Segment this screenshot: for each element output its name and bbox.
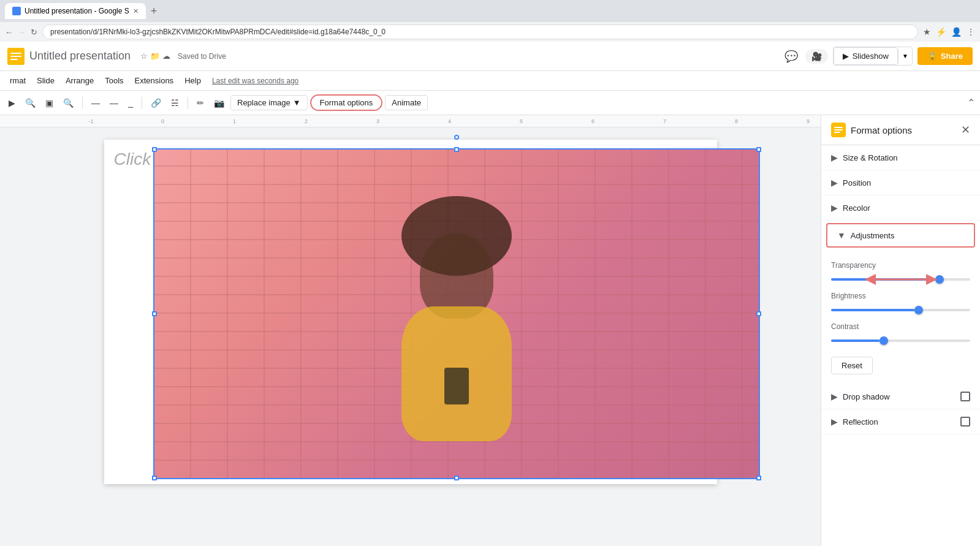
crop-button[interactable]: ✏ [193,96,208,110]
more-icon[interactable]: ⋮ [967,27,975,37]
format-options-button[interactable]: Format options [310,94,383,111]
back-icon[interactable]: ← [5,28,13,37]
ruler-mark: 6 [557,118,629,124]
toolbar-collapse-button[interactable]: ⌃ [967,97,975,108]
link-button[interactable]: 🔗 [147,96,165,110]
browser-bar: Untitled presentation - Google S ✕ + [0,0,980,22]
ruler-mark: 5 [485,118,557,124]
drop-shadow-checkbox[interactable] [960,392,970,401]
profile-icon[interactable]: 👤 [951,27,962,37]
replace-image-button[interactable]: Replace image ▼ [230,95,308,110]
replace-image-chevron: ▼ [293,98,301,107]
menu-slide[interactable]: Slide [32,74,59,88]
size-rotation-header[interactable]: ▶ Size & Rotation [821,145,980,170]
slide[interactable]: Click to add text [104,140,717,484]
slideshow-label: Slideshow [853,51,889,61]
folder-icon[interactable]: 📁 [150,51,160,61]
reset-button[interactable]: Reset [831,357,873,374]
share-button[interactable]: 🔒 Share [917,47,973,65]
line-weight-button[interactable]: ⎯ [124,96,137,110]
zoom-button[interactable]: 🔍 [21,96,39,110]
main-layout: -1 0 1 2 3 4 5 6 7 8 9 Click to add text [0,115,980,546]
ruler-marks: -1 0 1 2 3 4 5 6 7 8 9 [55,118,821,124]
recolor-section: ▶ Recolor [821,195,980,221]
line-style-button[interactable]: ― [106,96,122,110]
transparency-thumb[interactable] [935,275,944,284]
ruler-mark: 4 [414,118,485,124]
browser-tab[interactable]: Untitled presentation - Google S ✕ [5,3,146,19]
reflection-checkbox-box[interactable] [960,417,970,427]
position-header[interactable]: ▶ Position [821,170,980,195]
menu-extensions[interactable]: Extensions [130,74,179,88]
handle-middle-right[interactable] [756,311,761,316]
phone-object [444,368,469,404]
recolor-chevron: ▶ [831,203,838,213]
reload-icon[interactable]: ↻ [31,28,37,37]
menu-arrange[interactable]: Arrange [61,74,99,88]
handle-rotate[interactable] [454,135,459,140]
menu-help[interactable]: Help [180,74,206,88]
recolor-header[interactable]: ▶ Recolor [821,195,980,220]
search-button[interactable]: 🔍 [59,96,77,110]
toolbar-separator-1 [82,97,83,109]
handle-bottom-center[interactable] [454,476,459,480]
format-options-panel: Format options ✕ ▶ Size & Rotation ▶ Pos… [821,115,980,546]
handle-bottom-left[interactable] [152,476,157,480]
drop-shadow-label: Drop shadow [843,392,890,401]
toolbar-separator-2 [142,97,142,109]
ruler-mark: 1 [199,118,270,124]
last-edit-info[interactable]: Last edit was seconds ago [212,77,298,85]
address-input[interactable]: presentation/d/1RNrMki-lo3-gzjcshBkZKVtM… [42,25,918,39]
tab-close-button[interactable]: ✕ [133,7,139,15]
contrast-thumb[interactable] [879,336,888,345]
handle-top-right[interactable] [756,147,761,152]
svg-rect-6 [834,132,840,133]
cursor-tool-button[interactable]: ▶ [5,96,19,110]
brightness-thumb[interactable] [914,306,923,314]
handle-middle-left[interactable] [152,311,157,316]
svg-rect-3 [10,59,18,60]
meet-button[interactable]: 🎥 [805,49,828,64]
svg-rect-1 [10,53,21,54]
bookmark-icon[interactable]: ★ [923,27,931,37]
app-title[interactable]: Untitled presentation [29,50,131,63]
app-header: Untitled presentation ☆ 📁 ☁ Saved to Dri… [0,42,980,71]
ruler-mark: 2 [270,118,342,124]
comments-button[interactable]: 💬 [782,47,800,66]
slide-area[interactable]: -1 0 1 2 3 4 5 6 7 8 9 Click to add text [0,115,821,546]
image-button[interactable]: 📷 [210,96,228,110]
ruler-mark: 7 [629,118,701,124]
adjustments-label: Adjustments [851,231,895,240]
slideshow-dropdown-button[interactable]: ▼ [898,49,912,63]
header-actions: 💬 🎥 ▶ Slideshow ▼ 🔒 Share [782,47,973,66]
drop-shadow-checkbox-box[interactable] [960,392,970,401]
shapes-button[interactable]: ▣ [42,96,57,110]
forward-icon[interactable]: → [18,28,26,37]
menu-format[interactable]: rmat [5,74,31,88]
star-icon[interactable]: ☆ [140,51,148,61]
selected-image[interactable] [153,148,760,479]
animate-button[interactable]: Animate [385,95,428,110]
handle-top-center[interactable] [454,147,459,152]
svg-rect-5 [834,129,843,131]
cloud-icon[interactable]: ☁ [162,51,170,61]
extension-icon[interactable]: ⚡ [936,27,946,37]
new-tab-button[interactable]: + [151,5,158,18]
reflection-row: ▶ Reflection [831,417,970,427]
duplicate-button[interactable]: ☵ [167,96,183,110]
handle-top-left[interactable] [152,147,157,152]
line-tool-button[interactable]: — [88,96,104,110]
menu-tools[interactable]: Tools [100,74,128,88]
adjustments-header[interactable]: ▼ Adjustments [826,223,975,248]
format-options-label: Format options [320,98,373,107]
handle-bottom-right[interactable] [756,476,761,480]
app-logo [7,48,25,65]
panel-close-button[interactable]: ✕ [961,123,970,137]
slideshow-button[interactable]: ▶ Slideshow [834,47,898,65]
adjustments-section: ▼ Adjustments Transparency [821,221,980,384]
ruler-mark: 9 [772,118,821,124]
ruler-mark: 8 [701,118,772,124]
panel-icon [831,123,846,137]
ruler-mark: 3 [342,118,414,124]
reflection-checkbox[interactable] [960,417,970,427]
